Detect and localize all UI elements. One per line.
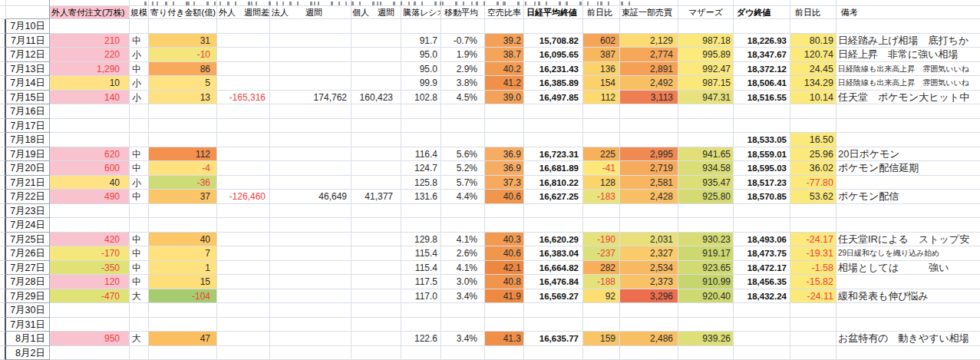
cell-remark[interactable]: 任天堂IRによる ストップ安 bbox=[836, 233, 980, 247]
cell-size[interactable] bbox=[130, 119, 149, 134]
cell-nikkei[interactable]: 16,385.89 bbox=[524, 76, 583, 91]
cell-dowd[interactable]: 53.62 bbox=[790, 190, 836, 204]
cell-size[interactable]: 中 bbox=[130, 147, 149, 162]
cell-dow[interactable]: 18,372.12 bbox=[734, 62, 790, 77]
cell-nkd[interactable]: 112 bbox=[583, 91, 620, 105]
cell-size[interactable]: 中 bbox=[130, 261, 149, 276]
cell-nkd[interactable]: 225 bbox=[583, 147, 620, 162]
cell-ratio[interactable]: 131.6 bbox=[401, 190, 441, 204]
cell-tosho[interactable] bbox=[620, 346, 678, 360]
cell-dowd[interactable]: 16.50 bbox=[790, 133, 836, 147]
cell-short[interactable]: 36.9 bbox=[485, 161, 524, 176]
cell-ratio[interactable]: 117.5 bbox=[401, 275, 441, 289]
cell-gaijin[interactable] bbox=[217, 19, 270, 34]
cell-open[interactable] bbox=[149, 133, 217, 147]
cell-tosho[interactable] bbox=[620, 119, 678, 134]
cell-open[interactable]: 5 bbox=[149, 76, 217, 91]
cell-tosho[interactable]: 2,995 bbox=[620, 147, 678, 162]
cell-remark[interactable]: 任天堂 ポケモン大ヒット中 bbox=[836, 91, 980, 105]
cell-remark[interactable] bbox=[836, 119, 980, 134]
cell-dow[interactable]: 18,456.35 bbox=[734, 275, 790, 289]
header-foreign-weekly[interactable]: 外人 週間差額 bbox=[217, 6, 270, 19]
cell-ratio[interactable]: 124.7 bbox=[401, 161, 441, 176]
cell-ratio[interactable] bbox=[401, 303, 441, 318]
cell-short[interactable]: 39.2 bbox=[485, 34, 524, 48]
header-advance-decline-ratio[interactable]: 騰落レシオ bbox=[401, 6, 441, 19]
cell-size[interactable]: 小 bbox=[130, 48, 149, 62]
cell-size[interactable]: 小 bbox=[130, 91, 149, 105]
cell-ratio[interactable]: 129.8 bbox=[401, 233, 441, 247]
cell-open[interactable] bbox=[149, 318, 217, 332]
header-short-sell-ratio[interactable]: 空売比率 bbox=[485, 6, 524, 19]
cell-open[interactable]: -104 bbox=[149, 289, 217, 304]
header-size[interactable]: 規模 bbox=[130, 6, 149, 19]
cell-nkd[interactable] bbox=[583, 303, 620, 318]
cell-size[interactable]: 中 bbox=[130, 275, 149, 289]
cell-nikkei[interactable] bbox=[524, 303, 583, 318]
cell-tosho[interactable]: 3,113 bbox=[620, 91, 678, 105]
cell-mothers[interactable]: 935.47 bbox=[678, 176, 734, 190]
date-cell[interactable]: 7月22日 bbox=[6, 190, 50, 204]
cell-kojin[interactable] bbox=[351, 48, 401, 62]
date-cell[interactable]: 7月30日 bbox=[6, 303, 50, 318]
cell-remark[interactable]: お盆特有の 動きやすい相場 bbox=[836, 332, 980, 346]
cell-foreign[interactable]: -170 bbox=[50, 246, 130, 261]
cell-ma[interactable] bbox=[441, 318, 485, 332]
cell-foreign[interactable] bbox=[50, 104, 130, 119]
cell-ratio[interactable] bbox=[401, 133, 441, 147]
cell-size[interactable]: 小 bbox=[130, 176, 149, 190]
cell-kojin[interactable] bbox=[351, 246, 401, 261]
cell-size[interactable]: 大 bbox=[130, 332, 149, 346]
cell-ratio[interactable] bbox=[401, 346, 441, 360]
cell-remark[interactable] bbox=[836, 303, 980, 318]
cell-nikkei[interactable]: 16,810.22 bbox=[524, 176, 583, 190]
cell-ma[interactable]: 3.4% bbox=[441, 332, 485, 346]
date-cell[interactable]: 7月18日 bbox=[6, 133, 50, 147]
cell-kojin[interactable] bbox=[351, 204, 401, 219]
cell-mothers[interactable]: 923.65 bbox=[678, 261, 734, 276]
cell-dow[interactable] bbox=[734, 204, 790, 219]
cell-nkd[interactable]: 128 bbox=[583, 176, 620, 190]
cell-ma[interactable]: 5.7% bbox=[441, 176, 485, 190]
cell-nikkei[interactable]: 16,476.84 bbox=[524, 275, 583, 289]
cell-remark[interactable] bbox=[836, 318, 980, 332]
cell-mothers[interactable]: 941.65 bbox=[678, 147, 734, 162]
date-cell[interactable]: 7月12日 bbox=[6, 48, 50, 62]
cell-hojin[interactable] bbox=[270, 318, 351, 332]
cell-hojin[interactable] bbox=[270, 233, 351, 247]
cell-kojin[interactable] bbox=[351, 34, 401, 48]
cell-open[interactable] bbox=[149, 19, 217, 34]
date-cell[interactable]: 7月31日 bbox=[6, 318, 50, 332]
cell-tosho[interactable] bbox=[620, 104, 678, 119]
cell-hojin[interactable] bbox=[270, 19, 351, 34]
cell-hojin[interactable] bbox=[270, 104, 351, 119]
cell-short[interactable]: 40.6 bbox=[485, 246, 524, 261]
cell-mothers[interactable] bbox=[678, 346, 734, 360]
cell-hojin[interactable] bbox=[270, 346, 351, 360]
cell-kojin[interactable] bbox=[351, 62, 401, 77]
date-cell[interactable]: 7月10日 bbox=[6, 19, 50, 34]
date-cell[interactable]: 7月17日 bbox=[6, 119, 50, 134]
cell-remark[interactable]: 日経陰線も出来高上昇 雰囲気いいね bbox=[836, 62, 980, 77]
cell-foreign[interactable]: 620 bbox=[50, 147, 130, 162]
cell-dowd[interactable]: -77.80 bbox=[790, 176, 836, 190]
header-tse1-volume[interactable]: 東証一部売買 bbox=[620, 6, 678, 19]
cell-nkd[interactable]: -41 bbox=[583, 161, 620, 176]
cell-foreign[interactable] bbox=[50, 346, 130, 360]
cell-nikkei[interactable]: 16,095.65 bbox=[524, 48, 583, 62]
cell-tosho[interactable]: 2,774 bbox=[620, 48, 678, 62]
cell-gaijin[interactable] bbox=[217, 275, 270, 289]
cell-open[interactable]: 1 bbox=[149, 261, 217, 276]
cell-dow[interactable]: 18,516.55 bbox=[734, 91, 790, 105]
cell-ratio[interactable]: 95.0 bbox=[401, 62, 441, 77]
cell-size[interactable] bbox=[130, 346, 149, 360]
cell-foreign[interactable]: 10 bbox=[50, 76, 130, 91]
cell-nkd[interactable]: 136 bbox=[583, 62, 620, 77]
cell-open[interactable] bbox=[149, 218, 217, 233]
cell-foreign[interactable] bbox=[50, 133, 130, 147]
cell-tosho[interactable]: 2,031 bbox=[620, 233, 678, 247]
cell-ratio[interactable] bbox=[401, 104, 441, 119]
cell-nkd[interactable]: -188 bbox=[583, 275, 620, 289]
date-cell[interactable]: 7月26日 bbox=[6, 246, 50, 261]
cell-ma[interactable]: 1.9% bbox=[441, 48, 485, 62]
